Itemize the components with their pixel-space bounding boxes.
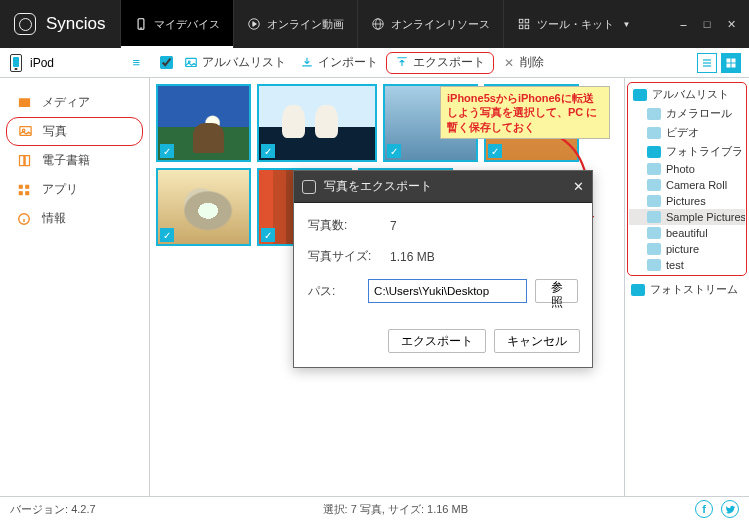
device-icon bbox=[134, 17, 148, 31]
svg-rect-17 bbox=[727, 63, 731, 67]
status-bar: バージョン: 4.2.7 選択: 7 写真, サイズ: 1.16 MB f bbox=[0, 496, 749, 521]
view-list-button[interactable] bbox=[697, 53, 717, 73]
globe-icon bbox=[371, 17, 385, 31]
select-all-checkbox[interactable] bbox=[156, 53, 176, 72]
svg-rect-18 bbox=[732, 63, 736, 67]
folder-icon bbox=[647, 227, 661, 239]
tree-item-beautiful[interactable]: beautiful bbox=[629, 225, 745, 241]
toolbar: iPod ≡ アルバムリスト インポート エクスポート ✕ 削除 bbox=[0, 48, 749, 78]
list-icon bbox=[701, 57, 713, 69]
app-window: Syncios マイデバイス オンライン動画 オンラインリソース ツール・キット… bbox=[0, 0, 749, 521]
sidebar-item-photo[interactable]: 写真 bbox=[6, 117, 143, 146]
tree-item-pictures[interactable]: Pictures bbox=[629, 193, 745, 209]
dialog-cancel-button[interactable]: キャンセル bbox=[494, 329, 580, 353]
check-icon: ✓ bbox=[160, 144, 174, 158]
dialog-export-button[interactable]: エクスポート bbox=[388, 329, 486, 353]
tree-item-albumlist[interactable]: アルバムリスト bbox=[629, 85, 745, 104]
album-list-label: アルバムリスト bbox=[202, 55, 286, 70]
export-icon bbox=[395, 56, 409, 70]
close-button[interactable]: ✕ bbox=[725, 18, 737, 31]
tab-my-device[interactable]: マイデバイス bbox=[120, 0, 233, 48]
folder-icon bbox=[647, 211, 661, 223]
sidebar-item-apps[interactable]: アプリ bbox=[0, 175, 149, 204]
tree-item-test[interactable]: test bbox=[629, 257, 745, 273]
minimize-button[interactable]: ‒ bbox=[677, 18, 689, 31]
photo-thumbnail[interactable]: ✓ bbox=[156, 84, 251, 162]
view-grid-button[interactable] bbox=[721, 53, 741, 73]
tree-item-photo-library[interactable]: フォトライブラリー bbox=[629, 142, 745, 161]
tree-item-video[interactable]: ビデオ bbox=[629, 123, 745, 142]
sidebar-item-info[interactable]: 情報 bbox=[0, 204, 149, 233]
sidebar: メディア 写真 電子書籍 アプリ 情報 bbox=[0, 78, 150, 496]
grid-view-icon bbox=[725, 57, 737, 69]
delete-button[interactable]: ✕ 削除 bbox=[496, 52, 550, 74]
tab-toolkit-label: ツール・キット bbox=[537, 17, 614, 32]
count-value: 7 bbox=[390, 219, 578, 233]
browse-button[interactable]: 参照 bbox=[535, 279, 578, 303]
toolbar-items: アルバムリスト インポート エクスポート ✕ 削除 bbox=[150, 52, 550, 74]
twitter-icon[interactable] bbox=[721, 500, 739, 518]
tab-online-video-label: オンライン動画 bbox=[267, 17, 344, 32]
path-label: パス: bbox=[308, 283, 360, 300]
path-input[interactable] bbox=[368, 279, 527, 303]
maximize-button[interactable]: □ bbox=[701, 18, 713, 31]
view-switcher bbox=[697, 53, 749, 73]
sidebar-item-label: メディア bbox=[42, 94, 90, 111]
album-tree: アルバムリスト カメラロール ビデオ フォトライブラリー Photo Camer… bbox=[624, 78, 749, 496]
tree-item-photostream[interactable]: フォトストリーム bbox=[627, 280, 747, 299]
svg-rect-9 bbox=[525, 25, 529, 29]
size-label: 写真サイズ: bbox=[308, 248, 382, 265]
facebook-icon[interactable]: f bbox=[695, 500, 713, 518]
count-label: 写真数: bbox=[308, 217, 382, 234]
selection-status: 選択: 7 写真, サイズ: 1.16 MB bbox=[104, 502, 687, 517]
svg-rect-15 bbox=[727, 58, 731, 62]
device-selector[interactable]: iPod ≡ bbox=[0, 54, 150, 72]
photo-thumbnail[interactable]: ✓ bbox=[156, 168, 251, 246]
folder-icon bbox=[647, 146, 661, 158]
brand: Syncios bbox=[0, 13, 120, 35]
tab-toolkit[interactable]: ツール・キット ▼ bbox=[503, 0, 644, 48]
folder-icon bbox=[647, 108, 661, 120]
dialog-icon bbox=[302, 180, 316, 194]
svg-rect-23 bbox=[25, 184, 29, 188]
tree-item-picture[interactable]: picture bbox=[629, 241, 745, 257]
sidebar-item-media[interactable]: メディア bbox=[0, 88, 149, 117]
check-icon: ✓ bbox=[488, 144, 502, 158]
header: Syncios マイデバイス オンライン動画 オンラインリソース ツール・キット… bbox=[0, 0, 749, 48]
annotation-text: iPhone5sからiPhone6に転送しよう写真を選択して、PC に暫く保存し… bbox=[447, 92, 597, 133]
export-dialog: 写真をエクスポート ✕ 写真数: 7 写真サイズ: 1.16 MB パス: bbox=[293, 170, 593, 368]
tab-online-resource[interactable]: オンラインリソース bbox=[357, 0, 503, 48]
tab-my-device-label: マイデバイス bbox=[154, 17, 220, 32]
folder-icon bbox=[647, 127, 661, 139]
photo-thumbnail[interactable]: ✓ bbox=[257, 84, 377, 162]
tab-online-video[interactable]: オンライン動画 bbox=[233, 0, 357, 48]
folder-icon bbox=[647, 259, 661, 271]
brand-logo-icon bbox=[14, 13, 36, 35]
tab-online-resource-label: オンラインリソース bbox=[391, 17, 490, 32]
check-icon: ✓ bbox=[160, 228, 174, 242]
folder-icon bbox=[647, 243, 661, 255]
export-button[interactable]: エクスポート bbox=[386, 52, 494, 74]
album-list-button[interactable]: アルバムリスト bbox=[178, 52, 292, 74]
tree-item-sample-pictures[interactable]: Sample Pictures bbox=[629, 209, 745, 225]
folder-icon bbox=[647, 195, 661, 207]
sidebar-item-label: 情報 bbox=[42, 210, 66, 227]
folder-icon bbox=[633, 89, 647, 101]
dialog-header[interactable]: 写真をエクスポート ✕ bbox=[294, 171, 592, 203]
hamburger-icon[interactable]: ≡ bbox=[132, 55, 140, 70]
svg-rect-7 bbox=[525, 19, 529, 23]
tree-item-camera-roll-jp[interactable]: カメラロール bbox=[629, 104, 745, 123]
ebook-icon bbox=[16, 153, 32, 169]
chevron-down-icon: ▼ bbox=[623, 20, 631, 29]
tree-item-photo[interactable]: Photo bbox=[629, 161, 745, 177]
dialog-title: 写真をエクスポート bbox=[324, 178, 432, 195]
tree-item-camera-roll[interactable]: Camera Roll bbox=[629, 177, 745, 193]
sidebar-item-ebook[interactable]: 電子書籍 bbox=[0, 146, 149, 175]
dialog-close-button[interactable]: ✕ bbox=[573, 179, 584, 194]
phone-icon bbox=[10, 54, 22, 72]
brand-name: Syncios bbox=[46, 14, 106, 34]
svg-rect-25 bbox=[25, 191, 29, 195]
import-icon bbox=[300, 56, 314, 70]
export-label: エクスポート bbox=[413, 55, 485, 70]
import-button[interactable]: インポート bbox=[294, 52, 384, 74]
